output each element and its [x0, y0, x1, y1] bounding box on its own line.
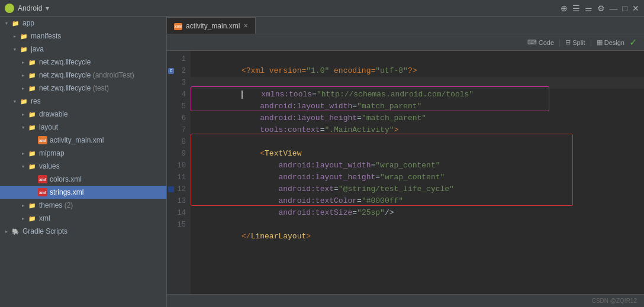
line-num-15: 15	[167, 219, 191, 231]
toolbar-divider2: |	[590, 38, 592, 47]
tab-file-icon: xml	[174, 21, 182, 30]
sidebar-item-themes[interactable]: ▸ 📁 themes (2)	[0, 199, 166, 212]
android-icon	[5, 4, 14, 13]
sidebar-item-manifests[interactable]: ▸ 📁 manifests	[0, 30, 166, 43]
sidebar-item-gradle[interactable]: ▸ 🐘 Gradle Scripts	[0, 225, 166, 238]
line-num-14: 14	[167, 207, 191, 219]
line-num-9: 9	[167, 148, 191, 160]
label-suffix: (test)	[93, 84, 109, 92]
split-label: Split	[572, 39, 585, 46]
maximize-icon[interactable]: □	[623, 4, 627, 13]
item-label: values	[39, 162, 166, 170]
line-num-11: 11	[167, 172, 191, 183]
arrow-icon: ▸	[19, 110, 27, 118]
sidebar-item-layout[interactable]: ▾ 📁 layout	[0, 121, 166, 134]
sidebar-item-lifecycle[interactable]: ▸ 📁 net.zwq.lifecycle	[0, 56, 166, 69]
line-number: 11	[178, 172, 186, 183]
label-suffix: (androidTest)	[93, 71, 134, 79]
watermark: CSDN @ZQIR12	[592, 298, 637, 304]
item-label: java	[31, 45, 166, 53]
line-numbers: 1 C 2 3 4 5 6 7	[167, 51, 191, 294]
code-line-7[interactable]	[191, 124, 644, 136]
arrow-icon: ▸	[19, 201, 27, 209]
line-number: 4	[182, 89, 186, 101]
tab-close-button[interactable]: ✕	[243, 22, 248, 29]
arrow-icon: ▸	[2, 227, 11, 235]
dropdown-icon[interactable]: ▾	[46, 4, 49, 12]
code-button[interactable]: ⌨ Code	[527, 38, 554, 46]
line-num-5: 5	[167, 101, 191, 112]
item-label: res	[31, 97, 166, 105]
arrow-icon: ▾	[11, 45, 19, 53]
gutter-c-icon: C	[168, 68, 174, 74]
sidebar-item-mipmap[interactable]: ▸ 📁 mipmap	[0, 147, 166, 160]
line-num-2: C 2	[167, 65, 191, 77]
code-editor[interactable]: 1 C 2 3 4 5 6 7	[167, 51, 644, 294]
folder-icon: 📁	[27, 83, 37, 93]
line-number: 1	[182, 53, 186, 65]
tab-label: activity_main.xml	[186, 22, 240, 30]
close-icon[interactable]: ✕	[632, 4, 639, 13]
folder-icon: 📁	[27, 57, 37, 67]
editor-toolbar: ⌨ Code | ⊟ Split | ▦ Design ✓	[167, 34, 644, 51]
item-label: manifests	[31, 32, 166, 40]
code-line-13[interactable]: android:textSize="25sp"/>	[191, 195, 644, 207]
arrow-icon: ▸	[19, 71, 27, 79]
line-num-8: 8	[167, 136, 191, 148]
minimize-icon[interactable]: —	[610, 4, 618, 13]
sidebar-item-activity-main[interactable]: xml activity_main.xml	[0, 134, 166, 147]
split-icon[interactable]: ⚌	[585, 4, 593, 13]
code-line-2[interactable]: <LinearLayout xmlns:android="http://sche…	[191, 65, 644, 77]
arrow-icon: ▾	[19, 162, 27, 170]
code-line-3[interactable]: xmlns:tools="http://schemas.android.com/…	[191, 77, 644, 89]
code-line-6[interactable]: tools:context=".MainActivity">	[191, 112, 644, 124]
sidebar-item-strings[interactable]: xml strings.xml	[0, 186, 166, 199]
item-label: Gradle Scripts	[22, 227, 166, 235]
code-content[interactable]: <?xml version="1.0" encoding="utf-8"?> <…	[191, 51, 644, 294]
item-label: net.zwq.lifecycle (androidTest)	[39, 71, 166, 79]
code-line-15[interactable]: </LinearLayout>	[191, 219, 644, 231]
sidebar-item-lifecycle-androidtest[interactable]: ▸ 📁 net.zwq.lifecycle (androidTest)	[0, 69, 166, 82]
split-icon: ⊟	[565, 38, 571, 46]
sidebar-item-lifecycle-test[interactable]: ▸ 📁 net.zwq.lifecycle (test)	[0, 82, 166, 95]
project-title: Android	[18, 4, 42, 12]
tab-bar: xml activity_main.xml ✕	[167, 17, 644, 34]
folder-icon: 📁	[27, 109, 37, 119]
bottom-bar: CSDN @ZQIR12	[167, 294, 644, 307]
line-number: 6	[182, 112, 186, 124]
list-icon[interactable]: ☰	[572, 4, 580, 13]
code-line-14[interactable]	[191, 207, 644, 219]
folder-icon: 📁	[19, 31, 28, 41]
add-icon[interactable]: ⊕	[561, 4, 568, 13]
settings-icon[interactable]: ⚙	[597, 4, 605, 13]
design-button[interactable]: ▦ Design	[597, 38, 624, 46]
item-label: mipmap	[39, 149, 166, 157]
sidebar-item-app[interactable]: ▾ 📁 app	[0, 17, 166, 30]
code-line-12[interactable]: android:textColor="#0000ff"	[191, 183, 644, 195]
code-line-8[interactable]: <TextView	[191, 136, 644, 148]
title-bar: Android ▾ ⊕ ☰ ⚌ ⚙ — □ ✕	[0, 0, 644, 17]
sidebar-item-java[interactable]: ▾ 📁 java	[0, 43, 166, 56]
code-line-4[interactable]: android:layout_width="match_parent"	[191, 89, 644, 101]
folder-icon: 📁	[27, 122, 37, 132]
code-line-1[interactable]: <?xml version="1.0" encoding="utf-8"?>	[191, 53, 644, 65]
arrow-icon: ▸	[19, 149, 27, 157]
arrow-icon: ▾	[11, 97, 19, 105]
sidebar: ▾ 📁 app ▸ 📁 manifests ▾ 📁 java ▸ 📁 net.z…	[0, 17, 167, 307]
sidebar-item-res[interactable]: ▾ 📁 res	[0, 95, 166, 108]
xml-file-icon: xml	[38, 188, 47, 197]
split-button[interactable]: ⊟ Split	[565, 38, 585, 46]
sidebar-item-colors[interactable]: xml colors.xml	[0, 173, 166, 186]
sidebar-item-xml[interactable]: ▸ 📁 xml	[0, 212, 166, 225]
code-line-9[interactable]: android:layout_width="wrap_content"	[191, 148, 644, 160]
code-line-11[interactable]: android:text="@string/test_life_cycle"	[191, 172, 644, 183]
item-label: net.zwq.lifecycle (test)	[39, 84, 166, 92]
code-line-10[interactable]: android:layout_height="wrap_content"	[191, 160, 644, 172]
arrow-icon: ▸	[11, 32, 19, 40]
sidebar-item-values[interactable]: ▾ 📁 values	[0, 160, 166, 173]
sidebar-item-drawable[interactable]: ▸ 📁 drawable	[0, 108, 166, 121]
arrow-icon: ▸	[19, 214, 27, 222]
arrow-icon: ▸	[19, 84, 27, 92]
code-line-5[interactable]: android:layout_height="match_parent"	[191, 101, 644, 112]
tab-activity-main[interactable]: xml activity_main.xml ✕	[167, 17, 256, 34]
